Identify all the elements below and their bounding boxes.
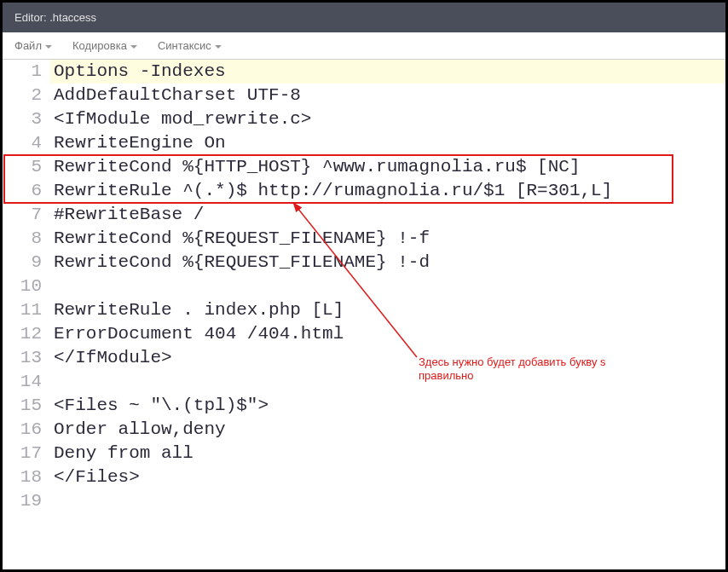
code-line[interactable]: RewriteRule . index.php [L] [50, 298, 725, 322]
code-line[interactable]: RewriteEngine On [50, 131, 725, 155]
code-line[interactable]: </IfModule> [50, 346, 725, 370]
line-number: 8 [6, 227, 42, 251]
code-line[interactable]: RewriteCond %{HTTP_HOST} ^www.rumagnolia… [50, 155, 725, 179]
line-number: 11 [6, 298, 42, 322]
annotation-text: Здесь нужно будет добавить букву s прави… [419, 355, 606, 383]
line-number: 1 [6, 60, 42, 84]
line-number: 10 [6, 274, 42, 298]
editor-window: Editor: .htaccess Файл Кодировка Синтакс… [2, 2, 726, 570]
editor-area[interactable]: 1 2 3 4 5 6 7 8 9 10 11 12 13 14 15 16 1… [3, 60, 725, 569]
code-line[interactable]: Order allow,deny [50, 418, 725, 442]
line-number: 2 [6, 84, 42, 107]
menu-file-label: Файл [14, 39, 42, 52]
line-number: 3 [6, 107, 42, 131]
code-body[interactable]: Options -Indexes AddDefaultCharset UTF-8… [50, 60, 725, 513]
line-number: 6 [6, 179, 42, 203]
line-number: 13 [6, 346, 42, 370]
code-line[interactable]: <IfModule mod_rewrite.c> [50, 107, 725, 131]
code-line[interactable] [50, 274, 725, 298]
code-line[interactable]: #RewriteBase / [50, 203, 725, 227]
menu-bar: Файл Кодировка Синтаксис [3, 32, 725, 60]
code-line[interactable]: RewriteRule ^(.*)$ http://rumagnolia.ru/… [50, 179, 725, 203]
chevron-down-icon [130, 45, 137, 49]
line-number: 12 [6, 322, 42, 346]
code-line[interactable]: <Files ~ "\.(tpl)$"> [50, 394, 725, 418]
line-number: 16 [6, 418, 42, 442]
code-line[interactable]: RewriteCond %{REQUEST_FILENAME} !-f [50, 227, 725, 251]
code-line[interactable]: RewriteCond %{REQUEST_FILENAME} !-d [50, 251, 725, 274]
code-line[interactable] [50, 370, 725, 394]
line-number: 5 [6, 155, 42, 179]
code-line[interactable]: ErrorDocument 404 /404.html [50, 322, 725, 346]
menu-syntax[interactable]: Синтаксис [158, 39, 222, 52]
line-number: 7 [6, 203, 42, 227]
title-bar: Editor: .htaccess [3, 3, 725, 32]
chevron-down-icon [45, 45, 52, 49]
line-number: 19 [6, 489, 42, 513]
window-title: Editor: .htaccess [14, 11, 96, 24]
line-gutter: 1 2 3 4 5 6 7 8 9 10 11 12 13 14 15 16 1… [3, 60, 50, 513]
line-number: 14 [6, 370, 42, 394]
code-container: 1 2 3 4 5 6 7 8 9 10 11 12 13 14 15 16 1… [3, 60, 725, 513]
annotation-line2: правильно [419, 369, 606, 383]
menu-encoding-label: Кодировка [72, 39, 127, 52]
code-line[interactable]: Options -Indexes [50, 60, 725, 84]
menu-file[interactable]: Файл [14, 39, 52, 52]
menu-syntax-label: Синтаксис [158, 39, 211, 52]
menu-encoding[interactable]: Кодировка [72, 39, 137, 52]
line-number: 9 [6, 251, 42, 274]
code-line[interactable]: Deny from all [50, 442, 725, 465]
annotation-line1: Здесь нужно будет добавить букву s [419, 355, 606, 369]
line-number: 4 [6, 131, 42, 155]
line-number: 17 [6, 442, 42, 465]
line-number: 18 [6, 465, 42, 489]
line-number: 15 [6, 394, 42, 418]
code-line[interactable]: </Files> [50, 465, 725, 489]
chevron-down-icon [215, 45, 222, 49]
code-line[interactable]: AddDefaultCharset UTF-8 [50, 84, 725, 107]
code-line[interactable] [50, 489, 725, 513]
